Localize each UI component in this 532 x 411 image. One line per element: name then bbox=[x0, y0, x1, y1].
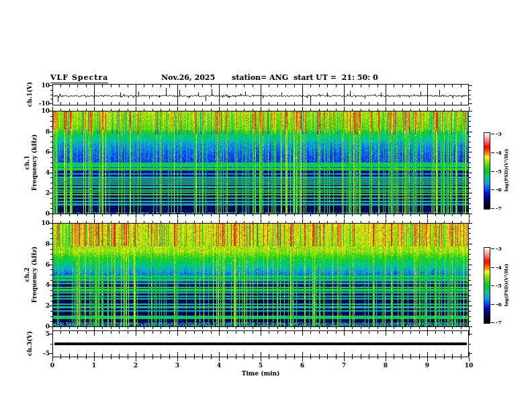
y-tick-mark bbox=[50, 275, 52, 275]
y-tick-mark bbox=[469, 152, 472, 152]
x-tick-mark bbox=[461, 221, 461, 223]
minute-grid-line bbox=[136, 85, 136, 105]
x-tick-mark bbox=[285, 109, 286, 111]
x-tick-mark bbox=[369, 109, 369, 111]
y-tick-label: 6 bbox=[34, 148, 50, 155]
y-tick-label: 2 bbox=[34, 302, 50, 309]
minute-grid-line bbox=[261, 85, 261, 105]
y-tick-mark bbox=[50, 147, 52, 148]
y-tick-mark bbox=[50, 95, 52, 95]
x-tick-mark bbox=[285, 221, 286, 223]
x-tick-mark bbox=[128, 85, 128, 87]
x-tick-label: 7 bbox=[337, 362, 351, 369]
x-tick-mark bbox=[410, 109, 411, 111]
y-tick-mark bbox=[469, 121, 471, 122]
x-tick-mark bbox=[294, 331, 295, 334]
x-tick-mark bbox=[410, 354, 411, 357]
x-tick-mark bbox=[77, 354, 78, 357]
colorbar-tick-label: -6 bbox=[496, 186, 509, 193]
x-tick-mark bbox=[227, 109, 228, 111]
y-tick-mark bbox=[469, 208, 471, 209]
x-tick-mark bbox=[261, 214, 261, 218]
x-tick-mark bbox=[161, 109, 161, 111]
x-tick-mark bbox=[253, 221, 253, 223]
x-tick-mark bbox=[202, 85, 203, 87]
x-tick-mark bbox=[144, 221, 144, 223]
x-tick-mark bbox=[444, 354, 445, 357]
y-tick-mark bbox=[469, 183, 471, 183]
y-tick-mark bbox=[469, 157, 471, 158]
x-tick-mark bbox=[86, 357, 87, 359]
y-tick-mark bbox=[469, 244, 472, 244]
y-tick-mark bbox=[469, 290, 471, 291]
page-title: VLF Spectra bbox=[50, 73, 108, 83]
y-tick-mark bbox=[469, 280, 471, 281]
x-tick-mark bbox=[361, 331, 361, 334]
x-tick-mark bbox=[452, 102, 453, 105]
x-tick-mark bbox=[185, 109, 186, 111]
x-tick-mark bbox=[452, 331, 453, 334]
x-tick-mark bbox=[361, 327, 361, 329]
colorbar-tick-label: -7 bbox=[496, 319, 509, 326]
x-tick-mark bbox=[94, 331, 95, 336]
x-tick-mark bbox=[336, 331, 337, 334]
y-tick-mark bbox=[469, 198, 471, 199]
x-tick-mark bbox=[269, 327, 269, 329]
x-tick-mark bbox=[253, 327, 253, 329]
x-tick-mark bbox=[327, 221, 328, 223]
x-tick-mark bbox=[294, 357, 295, 359]
x-tick-mark bbox=[336, 354, 337, 357]
y-tick-mark bbox=[469, 344, 471, 345]
y-tick-mark bbox=[469, 147, 471, 148]
x-tick-mark bbox=[361, 214, 361, 216]
colorbar-tick bbox=[491, 322, 494, 323]
x-tick-mark bbox=[161, 327, 161, 329]
x-tick-mark bbox=[319, 354, 320, 357]
x-tick-mark bbox=[128, 354, 128, 357]
x-tick-mark bbox=[435, 357, 436, 359]
y-tick-mark bbox=[469, 116, 471, 117]
x-tick-mark bbox=[319, 85, 320, 87]
x-tick-mark bbox=[177, 357, 178, 361]
x-tick-mark bbox=[435, 109, 436, 111]
x-tick-mark bbox=[161, 331, 161, 334]
y-tick-label: 4 bbox=[34, 169, 50, 176]
x-tick-mark bbox=[102, 357, 103, 359]
x-tick-mark bbox=[111, 327, 112, 329]
colorbar-1 bbox=[484, 132, 490, 210]
x-tick-mark bbox=[152, 214, 153, 216]
x-tick-mark bbox=[310, 357, 311, 359]
y-tick-mark bbox=[469, 301, 471, 302]
x-tick-mark bbox=[152, 102, 153, 105]
x-tick-mark bbox=[136, 331, 136, 336]
x-tick-mark bbox=[361, 221, 361, 223]
y-tick-mark bbox=[469, 193, 472, 193]
y-tick-mark bbox=[50, 183, 52, 183]
colorbar-2 bbox=[484, 247, 490, 324]
x-tick-mark bbox=[194, 327, 195, 329]
x-tick-mark bbox=[310, 102, 311, 105]
x-tick-mark bbox=[219, 357, 220, 361]
x-tick-mark bbox=[194, 85, 195, 87]
x-tick-mark bbox=[77, 214, 78, 216]
x-tick-mark bbox=[202, 214, 203, 216]
y-tick-mark bbox=[50, 228, 52, 229]
x-tick-mark bbox=[152, 357, 153, 359]
x-tick-mark bbox=[327, 109, 328, 111]
x-tick-mark bbox=[86, 331, 87, 334]
x-tick-mark bbox=[394, 331, 394, 334]
x-tick-mark bbox=[52, 331, 53, 336]
y-tick-mark bbox=[50, 311, 52, 312]
x-tick-mark bbox=[119, 109, 120, 111]
ch1v-label-text: ch.1(V) bbox=[26, 82, 33, 107]
x-tick-mark bbox=[169, 102, 170, 105]
x-tick-mark bbox=[427, 331, 428, 336]
y-tick-mark bbox=[50, 167, 52, 168]
x-tick-mark bbox=[236, 109, 236, 111]
x-tick-mark bbox=[444, 221, 445, 223]
x-tick-mark bbox=[236, 331, 236, 334]
x-tick-mark bbox=[285, 331, 286, 334]
x-tick-mark bbox=[52, 219, 53, 223]
x-tick-mark bbox=[310, 331, 311, 334]
ch1-spectrogram-panel bbox=[52, 111, 469, 214]
